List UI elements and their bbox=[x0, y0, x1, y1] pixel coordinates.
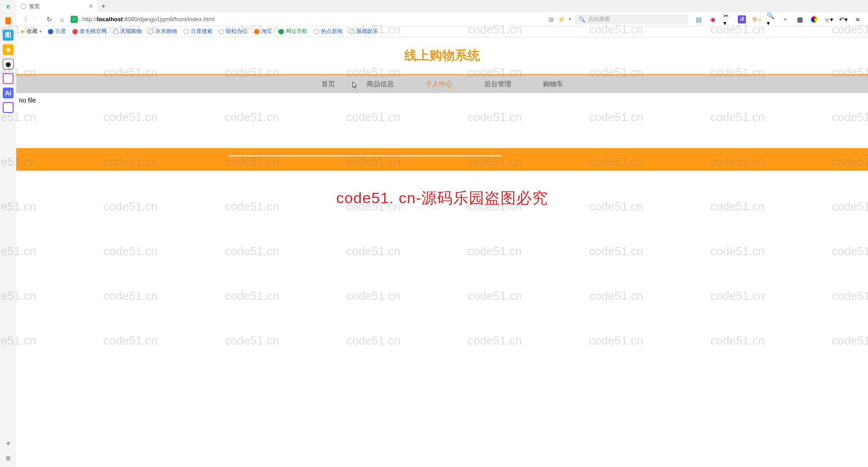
left-sidebar: e 图 ★ ◉ AI + ≡ bbox=[0, 0, 16, 467]
tab-title: 首页 bbox=[29, 3, 40, 10]
sidebar-menu-icon[interactable]: ≡ bbox=[6, 454, 11, 463]
bookmark-favorites[interactable]: ★收藏▾ bbox=[20, 28, 42, 35]
search-icon: 🔍 bbox=[579, 16, 585, 23]
flash-icon[interactable]: ⚡ bbox=[557, 16, 565, 23]
bookmark-tmall[interactable]: 天猫购物 bbox=[113, 28, 142, 35]
tab-bar: 首页 ✕ + bbox=[16, 0, 868, 13]
url-prefix: http:// bbox=[82, 16, 97, 23]
toolbar-weibo-icon[interactable]: ◉ bbox=[709, 15, 717, 23]
carousel-band bbox=[16, 148, 868, 171]
bookmark-office[interactable]: 轻松办公 bbox=[219, 28, 248, 35]
toolbar-undo-icon[interactable]: ↶▾ bbox=[839, 15, 847, 23]
bookmark-jd[interactable]: 京东购物 bbox=[148, 28, 177, 35]
tab-close-icon[interactable]: ✕ bbox=[89, 3, 93, 9]
nav-home[interactable]: 首页 bbox=[321, 80, 335, 89]
nav-forward-icon[interactable]: 〉 bbox=[33, 15, 41, 23]
url-input[interactable]: http://localhost:8080/django1jqm6/front/… bbox=[82, 16, 349, 23]
sidebar-app-bot[interactable]: ◉ bbox=[3, 59, 14, 70]
address-bar: 〈 〉 ↻ ⌂ ✓ http://localhost:8080/django1j… bbox=[16, 13, 868, 26]
sidebar-favorites-icon[interactable]: ★ bbox=[3, 44, 14, 55]
nav-personal-center[interactable]: 个人中心 bbox=[425, 80, 453, 89]
sidebar-app-eye[interactable] bbox=[3, 102, 14, 113]
sidebar-app-2[interactable]: 图 bbox=[3, 30, 14, 41]
chevron-down-icon[interactable]: ▾ bbox=[569, 16, 571, 22]
nav-back-icon[interactable]: 〈 bbox=[20, 15, 28, 23]
main-nav: 首页 商品信息 个人中心 后台管理 购物车 bbox=[16, 75, 868, 93]
qr-icon[interactable]: ▦ bbox=[548, 16, 554, 23]
browser-tab[interactable]: 首页 ✕ bbox=[16, 0, 98, 13]
url-host: localhost bbox=[97, 16, 123, 23]
toolbar-search-icon[interactable]: 🔍▾ bbox=[767, 15, 775, 23]
bookmark-baidu[interactable]: 百度 bbox=[48, 28, 66, 35]
nav-home-icon[interactable]: ⌂ bbox=[58, 16, 66, 23]
new-tab-icon[interactable]: + bbox=[101, 2, 105, 10]
bookmark-taobao[interactable]: 淘宝 bbox=[254, 28, 272, 35]
toolbar-shield-icon[interactable]: ⛨▾ bbox=[752, 15, 760, 23]
toolbar-ext1-icon[interactable]: ▤ bbox=[694, 15, 703, 23]
nav-reload-icon[interactable]: ↻ bbox=[45, 16, 53, 23]
search-placeholder: 点此搜索 bbox=[588, 15, 610, 23]
security-shield-icon[interactable]: ✓ bbox=[71, 16, 78, 23]
toolbar-screenshot-icon[interactable]: ✂▾ bbox=[723, 15, 731, 23]
browser-logo-icon[interactable]: e bbox=[3, 1, 14, 12]
bookmark-news[interactable]: 热点新闻 bbox=[314, 28, 343, 35]
nofile-text: no file bbox=[16, 93, 868, 107]
bookmarks-bar: ★收藏▾ 百度 老毛桃官网 天猫购物 京东购物 百度搜索 轻松办公 淘宝 网址导… bbox=[16, 26, 868, 37]
nav-products[interactable]: 商品信息 bbox=[367, 80, 394, 89]
toolbar-color-icon[interactable] bbox=[810, 15, 818, 23]
search-input[interactable]: 🔍 点此搜索 bbox=[575, 14, 688, 24]
page-content: 线上购物系统 首页 商品信息 个人中心 后台管理 购物车 no file cod… bbox=[16, 37, 868, 467]
toolbar-menu-icon[interactable]: ≡ bbox=[854, 15, 862, 23]
toolbar-translate-icon[interactable]: 译 bbox=[738, 15, 746, 23]
bookmark-navsite[interactable]: 网址导航 bbox=[278, 28, 307, 35]
watermark-warning: code51. cn-源码乐园盗图必究 bbox=[16, 188, 868, 209]
toolbar-apps-icon[interactable]: ▦ bbox=[796, 15, 804, 23]
bookmark-games[interactable]: 游戏娱乐 bbox=[349, 28, 378, 35]
site-title: 线上购物系统 bbox=[16, 37, 868, 64]
url-suffix: :8080/django1jqm6/front/index.html bbox=[123, 16, 215, 23]
bookmark-laomaotao[interactable]: 老毛桃官网 bbox=[72, 28, 107, 35]
bookmark-baidu-search[interactable]: 百度搜索 bbox=[184, 28, 212, 35]
toolbar-puzzle-icon[interactable]: ✦ bbox=[781, 15, 789, 23]
toolbar-theme-icon[interactable]: ☼▾ bbox=[825, 15, 833, 23]
sidebar-add-icon[interactable]: + bbox=[6, 439, 11, 448]
sidebar-app-ai2[interactable]: AI bbox=[3, 88, 14, 98]
sidebar-app-1[interactable] bbox=[3, 15, 14, 26]
nav-admin[interactable]: 后台管理 bbox=[484, 80, 511, 89]
nav-cart[interactable]: 购物车 bbox=[543, 80, 563, 89]
tab-favicon-icon bbox=[21, 4, 26, 9]
sidebar-app-ai1[interactable] bbox=[3, 73, 14, 84]
